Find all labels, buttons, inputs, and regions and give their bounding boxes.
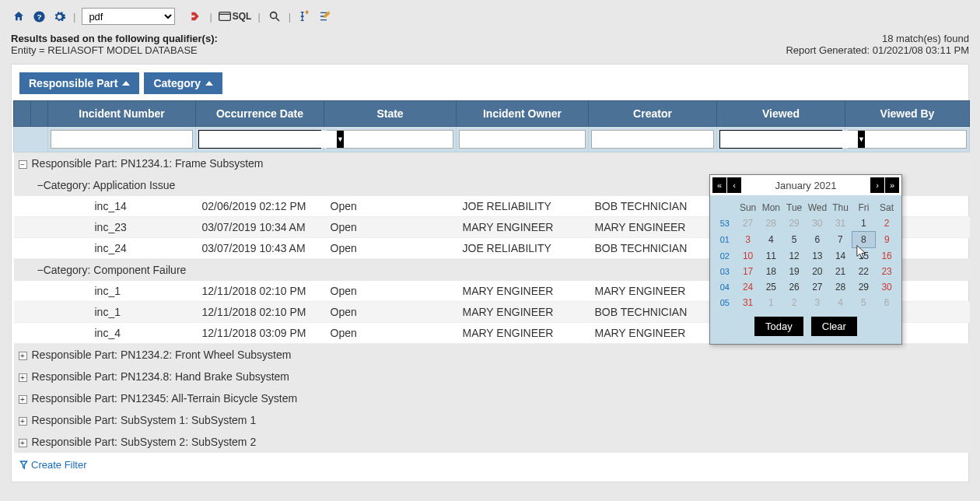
cal-day[interactable]: 20 (806, 264, 829, 279)
edit-list-icon[interactable] (317, 9, 333, 24)
report-generated: Report Generated: 01/2021/08 03:11 PM (786, 44, 969, 56)
group-row[interactable]: +Responsible Part: PN1234.2: Front Wheel… (14, 344, 970, 366)
collapse-icon[interactable]: − (37, 264, 44, 276)
tree-add-icon[interactable] (297, 9, 313, 24)
home-icon[interactable] (11, 9, 26, 24)
cal-day[interactable]: 23 (875, 264, 898, 279)
cal-day[interactable]: 12 (782, 248, 806, 265)
cell-date: 02/06/2019 02:12 PM (196, 196, 324, 217)
cal-day[interactable]: 30 (806, 215, 829, 232)
col-state[interactable]: State (324, 101, 457, 127)
cal-day[interactable]: 26 (782, 279, 806, 295)
cal-day[interactable]: 6 (806, 232, 829, 248)
cal-day[interactable]: 3 (737, 232, 760, 248)
cal-day[interactable]: 4 (829, 295, 852, 310)
group-category[interactable]: Category (144, 72, 222, 94)
cal-day[interactable]: 24 (737, 279, 760, 295)
cal-day[interactable]: 29 (852, 279, 876, 295)
filter-state[interactable] (327, 130, 453, 149)
col-incident-owner[interactable]: Incident Owner (457, 101, 589, 127)
cell-incident: inc_24 (48, 238, 196, 259)
cal-day[interactable]: 5 (782, 232, 806, 248)
dropdown-icon[interactable]: ▼ (337, 131, 344, 148)
cal-day[interactable]: 27 (737, 215, 760, 232)
expand-icon[interactable]: + (19, 417, 27, 426)
dp-title[interactable]: January 2021 (741, 180, 870, 191)
cal-day[interactable]: 15 (852, 248, 876, 265)
cal-day[interactable]: 2 (875, 215, 898, 232)
today-button[interactable]: Today (754, 317, 803, 336)
cell-date: 03/07/2019 10:34 AM (196, 217, 324, 238)
group-row[interactable]: +Responsible Part: SubSystem 2: SubSyste… (14, 431, 970, 453)
cal-day[interactable]: 10 (737, 248, 760, 265)
qualifiers-text: Entity = RELIASOFT MODEL DATABASE (11, 44, 218, 56)
create-filter-link[interactable]: Create Filter (12, 453, 968, 471)
filter-row: ▼ ▼ (14, 127, 970, 152)
cal-day-today[interactable]: 8 (852, 232, 876, 248)
cal-day[interactable]: 5 (852, 295, 876, 310)
expand-icon[interactable]: + (19, 439, 27, 447)
cal-day[interactable]: 6 (875, 295, 898, 310)
cal-day[interactable]: 29 (782, 215, 806, 232)
filter-viewed-input[interactable] (720, 131, 858, 148)
cal-day[interactable]: 3 (806, 295, 829, 310)
filter-occurrence-date[interactable]: ▼ (198, 130, 321, 149)
cal-day[interactable]: 7 (829, 232, 852, 248)
help-icon[interactable]: ? (31, 9, 47, 24)
filter-incident-number[interactable] (51, 130, 193, 149)
group-row[interactable]: −Responsible Part: PN1234.1: Frame Subsy… (14, 152, 970, 175)
cal-day[interactable]: 19 (782, 264, 806, 279)
filter-incident-owner[interactable] (459, 130, 586, 149)
cal-day[interactable]: 31 (737, 295, 760, 310)
cal-day[interactable]: 16 (875, 248, 898, 265)
clear-button[interactable]: Clear (811, 317, 857, 336)
col-viewed-by[interactable]: Viewed By (845, 101, 970, 127)
dropdown-icon[interactable]: ▼ (858, 131, 865, 148)
group-row[interactable]: +Responsible Part: PN1234.8: Hand Brake … (14, 366, 970, 387)
cal-day[interactable]: 30 (875, 279, 898, 295)
cal-day[interactable]: 17 (737, 264, 760, 279)
cal-day[interactable]: 4 (760, 232, 783, 248)
filter-viewed[interactable]: ▼ (719, 130, 842, 149)
next-year-icon[interactable]: » (885, 177, 899, 193)
col-viewed[interactable]: Viewed (717, 101, 845, 127)
cell-owner: JOE RELIABILITY (457, 238, 589, 259)
cal-day[interactable]: 25 (760, 279, 783, 295)
cal-day[interactable]: 13 (806, 248, 829, 265)
gear-icon[interactable] (51, 9, 67, 24)
sql-button[interactable]: SQL (219, 11, 252, 22)
cal-day[interactable]: 1 (852, 215, 876, 232)
expand-icon[interactable]: + (19, 373, 27, 382)
cal-day[interactable]: 18 (760, 264, 783, 279)
group-row[interactable]: +Responsible Part: PN12345: All-Terrain … (14, 387, 970, 409)
collapse-icon[interactable]: − (37, 179, 44, 191)
search-icon[interactable] (267, 9, 282, 24)
filter-viewed-by[interactable] (848, 130, 967, 149)
collapse-icon[interactable]: − (19, 160, 27, 169)
col-occurrence-date[interactable]: Occurrence Date (196, 101, 324, 127)
group-row[interactable]: +Responsible Part: SubSystem 1: SubSyste… (14, 409, 970, 431)
cal-day[interactable]: 14 (829, 248, 852, 265)
prev-year-icon[interactable]: « (712, 177, 726, 193)
cal-day[interactable]: 1 (760, 295, 783, 310)
cal-day[interactable]: 21 (829, 264, 852, 279)
cal-day[interactable]: 11 (760, 248, 783, 265)
col-incident-number[interactable]: Incident Number (48, 101, 196, 127)
next-month-icon[interactable]: › (870, 177, 884, 193)
export-icon[interactable] (187, 9, 203, 24)
cal-day[interactable]: 28 (829, 279, 852, 295)
export-format-select[interactable]: pdf (82, 8, 175, 25)
cal-day[interactable]: 2 (782, 295, 806, 310)
prev-month-icon[interactable]: ‹ (727, 177, 741, 193)
cal-day[interactable]: 22 (852, 264, 876, 279)
cal-day[interactable]: 31 (829, 215, 852, 232)
group-responsible-part[interactable]: Responsible Part (19, 72, 139, 94)
filter-date-input[interactable] (199, 131, 337, 148)
filter-creator[interactable] (591, 130, 714, 149)
cal-day[interactable]: 28 (760, 215, 783, 232)
cal-day[interactable]: 27 (806, 279, 829, 295)
cal-day[interactable]: 9 (875, 232, 898, 248)
expand-icon[interactable]: + (19, 352, 27, 360)
expand-icon[interactable]: + (19, 395, 27, 404)
col-creator[interactable]: Creator (589, 101, 717, 127)
